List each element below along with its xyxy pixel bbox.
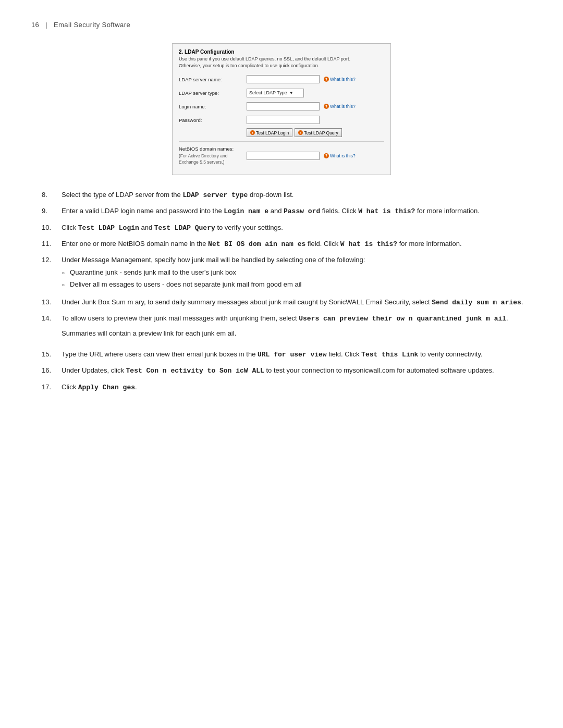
step-text-14: To allow users to preview their junk mai… (62, 314, 508, 322)
step-text-15: Type the URL where users can view their … (62, 349, 483, 360)
step-number-15: 15. (42, 349, 62, 360)
instruction-13: 13. Under Junk Box Sum m ary, to send da… (42, 297, 532, 308)
btn-icon-1: ! (250, 130, 255, 135)
instruction-12: 12. Under Message Management, specify ho… (42, 255, 532, 292)
password-input[interactable] (247, 116, 320, 124)
what-is-this-label-3: What is this? (330, 153, 356, 158)
divider (179, 141, 384, 142)
instruction-11: 11. Enter one or more NetBIOS domain nam… (42, 239, 532, 250)
instruction-15: 15. Type the URL where users can view th… (42, 349, 532, 360)
netbios-what[interactable]: ? What is this? (324, 153, 356, 158)
step-number-9: 9. (42, 206, 62, 217)
step-number-17: 17. (42, 382, 62, 393)
login-name-label: Login name: (179, 104, 247, 109)
test-ldap-query-button[interactable]: ! Test LDAP Query (295, 128, 342, 137)
step-text-16: Under Updates, click Test Con n ectivity… (62, 365, 494, 376)
instruction-14: 14. To allow users to preview their junk… (42, 313, 532, 344)
login-name-input[interactable] (247, 102, 320, 110)
netbios-row: NetBIOS domain names: (For Active Direct… (179, 146, 384, 165)
what-is-this-label-2: What is this? (330, 104, 356, 109)
ldap-server-name-what[interactable]: ? What is this? (324, 77, 356, 82)
ldap-server-name-input[interactable] (247, 75, 320, 83)
sub-item-12-2: Deliver all m essages to users - does no… (62, 279, 365, 290)
ldap-config-screenshot: 2. LDAP Configuration Use this pane if y… (172, 43, 391, 175)
test-ldap-query-label: Test LDAP Query (304, 130, 338, 135)
password-label: Password: (179, 117, 247, 123)
page-title: Email Security Software (54, 21, 130, 29)
step-number-12: 12. (42, 255, 62, 292)
page-header: 16 | Email Security Software (31, 21, 532, 29)
password-row: Password: (179, 115, 384, 125)
ldap-server-name-label: LDAP server name: (179, 77, 247, 82)
netbios-label: NetBIOS domain names: (For Active Direct… (179, 146, 247, 165)
step-number-13: 13. (42, 297, 62, 308)
sub-list-12: Quarantine junk - sends junk mail to the… (62, 267, 365, 290)
what-icon: ? (324, 77, 329, 82)
page-number: 16 (31, 21, 39, 29)
netbios-input[interactable] (247, 152, 320, 160)
header-pipe: | (45, 21, 50, 29)
btn-icon-2: ! (298, 130, 303, 135)
instruction-9: 9. Enter a valid LDAP login name and pas… (42, 206, 532, 217)
step-text-9: Enter a valid LDAP login name and passwo… (62, 206, 480, 217)
test-ldap-login-label: Test LDAP Login (256, 130, 289, 135)
step-text-10: Click Test LDAP Login and Test LDAP Quer… (62, 223, 283, 233)
login-name-what[interactable]: ? What is this? (324, 104, 356, 109)
instruction-10: 10. Click Test LDAP Login and Test LDAP … (42, 223, 532, 233)
what-is-this-label: What is this? (330, 77, 356, 82)
ldap-buttons-row: ! Test LDAP Login ! Test LDAP Query (247, 128, 384, 137)
instructions-section: 8. Select the type of LDAP server from t… (42, 190, 532, 393)
step-text-8: Select the type of LDAP server from the … (62, 190, 293, 201)
ldap-server-type-row: LDAP server type: Select LDAP Type ▼ (179, 88, 384, 98)
ldap-server-name-row: LDAP server name: ? What is this? (179, 74, 384, 84)
step-number-16: 16. (42, 365, 62, 376)
instruction-17: 17. Click Apply Chan ges. (42, 382, 532, 393)
step-number-11: 11. (42, 239, 62, 250)
step-number-8: 8. (42, 190, 62, 201)
sub-item-12-2-text: Deliver all m essages to users - does no… (70, 279, 301, 290)
sub-item-12-1: Quarantine junk - sends junk mail to the… (62, 267, 365, 278)
sub-item-12-1-text: Quarantine junk - sends junk mail to the… (70, 267, 236, 278)
step-number-14: 14. (42, 313, 62, 344)
what-icon-3: ? (324, 153, 329, 158)
ldap-config-subtitle: Use this pane if you use default LDAP qu… (179, 56, 384, 69)
step-text-14-para: Summaries will contain a preview link fo… (62, 328, 508, 339)
instruction-16: 16. Under Updates, click Test Con n ecti… (42, 365, 532, 376)
test-ldap-login-button[interactable]: ! Test LDAP Login (247, 128, 292, 137)
chevron-down-icon: ▼ (289, 91, 293, 95)
step-text-11: Enter one or more NetBIOS domain name in… (62, 239, 462, 250)
ldap-server-type-select[interactable]: Select LDAP Type ▼ (247, 89, 304, 97)
step-text-12: Under Message Management, specify how ju… (62, 256, 365, 264)
ldap-server-type-label: LDAP server type: (179, 90, 247, 96)
ldap-subtitle-line1: Use this pane if you use default LDAP qu… (179, 56, 350, 61)
instruction-8: 8. Select the type of LDAP server from t… (42, 190, 532, 201)
what-icon-2: ? (324, 104, 329, 109)
ldap-server-type-value: Select LDAP Type (249, 90, 287, 95)
ldap-config-title: 2. LDAP Configuration (179, 49, 384, 55)
login-name-row: Login name: ? What is this? (179, 101, 384, 112)
step-text-17: Click Apply Chan ges. (62, 382, 137, 393)
ldap-subtitle-line2: Otherwise, your setup is too complicated… (179, 63, 319, 68)
step-number-10: 10. (42, 223, 62, 233)
step-text-13: Under Junk Box Sum m ary, to send daily … (62, 297, 523, 308)
